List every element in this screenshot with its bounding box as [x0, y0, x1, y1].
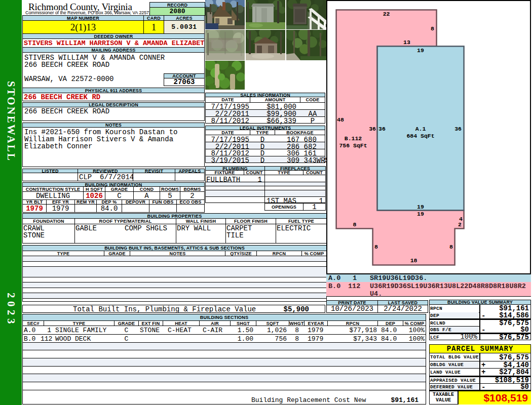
- svg-text:22: 22: [383, 11, 390, 17]
- svg-text:8: 8: [449, 244, 453, 250]
- svg-text:8: 8: [374, 244, 378, 250]
- svg-text:36: 36: [378, 126, 386, 132]
- svg-text:36: 36: [369, 126, 376, 132]
- svg-text:A.1: A.1: [415, 126, 426, 132]
- svg-text:36: 36: [454, 126, 462, 132]
- svg-text:48: 48: [337, 116, 344, 123]
- svg-text:18: 18: [410, 257, 417, 264]
- svg-text:8: 8: [353, 221, 357, 228]
- svg-text:2: 2: [458, 221, 462, 228]
- svg-text:8: 8: [431, 25, 434, 32]
- svg-text:684 SqFt: 684 SqFt: [406, 133, 434, 139]
- svg-text:19: 19: [417, 211, 424, 217]
- svg-text:B.112: B.112: [345, 135, 362, 142]
- svg-text:19: 19: [417, 204, 424, 210]
- svg-text:13: 13: [403, 39, 410, 46]
- svg-text:756 SqFt: 756 SqFt: [339, 142, 367, 149]
- svg-text:19: 19: [417, 47, 424, 54]
